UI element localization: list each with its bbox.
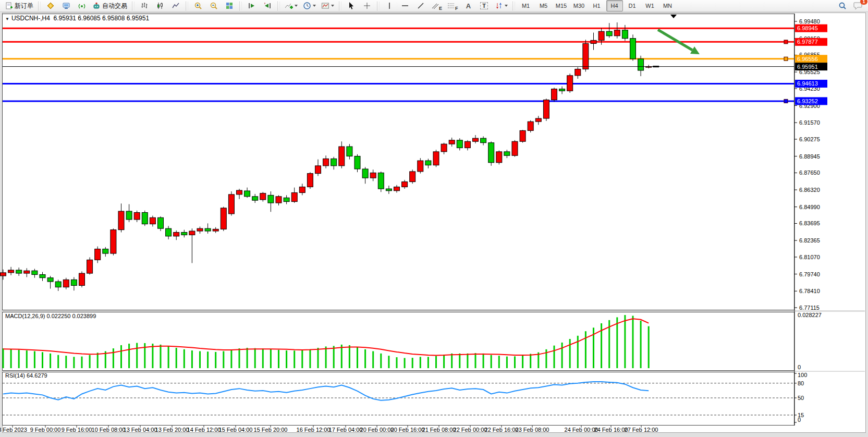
crosshair-button[interactable] xyxy=(360,0,374,11)
candlestick xyxy=(496,152,502,163)
time-axis-label: 16 Feb 12:00 xyxy=(297,427,331,433)
candlestick xyxy=(252,197,258,200)
chart-canvas[interactable]: 6.994806.981506.968556.955256.942306.929… xyxy=(0,0,868,437)
cursor-button[interactable] xyxy=(344,0,359,11)
templates-button[interactable] xyxy=(319,0,336,11)
fibonacci-letter: F xyxy=(455,6,458,11)
time-axis-label: 22 Feb 16:00 xyxy=(485,427,519,433)
price-tick-label: 6.90275 xyxy=(799,136,820,142)
price-tick-label: 6.79740 xyxy=(799,271,820,277)
zoom-out-button[interactable] xyxy=(206,0,221,11)
zoom-in-icon xyxy=(194,2,202,10)
timeframe-m30-button[interactable]: M30 xyxy=(571,0,588,11)
chart-ohlc-values: 6.95931 6.96085 6.95808 6.95951 xyxy=(54,15,150,22)
line-handle[interactable] xyxy=(784,99,788,103)
timeframe-mn-button[interactable]: MN xyxy=(659,0,676,11)
candlestick xyxy=(520,130,525,141)
tile-windows-icon xyxy=(225,2,234,10)
chart-shift-button[interactable] xyxy=(260,0,275,11)
vertical-line-tool-button[interactable] xyxy=(382,0,397,11)
price-badge-label: 6.95951 xyxy=(797,64,818,70)
candlestick xyxy=(32,271,38,274)
timeframe-w1-button[interactable]: W1 xyxy=(642,0,658,11)
candlestick xyxy=(441,144,447,152)
vertical-line-icon xyxy=(385,2,394,10)
fibonacci-icon xyxy=(447,2,455,10)
macd-axis-max-label: 0.028227 xyxy=(798,312,822,318)
horizontal-line-tool-button[interactable] xyxy=(398,0,412,11)
time-axis-label: 24 Feb 00:00 xyxy=(565,427,598,433)
trend-arrow-annotation[interactable] xyxy=(658,30,692,50)
candlestick-chart-button[interactable] xyxy=(153,0,167,11)
search-button[interactable] xyxy=(835,0,850,11)
candlestick xyxy=(425,161,431,165)
horizontal-scrollbar[interactable] xyxy=(0,433,868,437)
channel-tool-button[interactable]: E xyxy=(429,0,444,11)
candlestick xyxy=(370,173,376,178)
chart-title-bar: ▼USDCNH-,H4 6.95931 6.96085 6.95808 6.95… xyxy=(5,15,149,22)
toolbar-separator xyxy=(277,2,280,10)
candlestick xyxy=(354,156,360,169)
fibonacci-tool-button[interactable]: F xyxy=(445,0,460,11)
autotrading-button[interactable]: 自动交易 xyxy=(90,0,129,11)
candlestick xyxy=(598,31,604,40)
dropdown-caret-icon xyxy=(331,5,334,7)
rsi-line xyxy=(3,382,649,400)
toolbar-separator xyxy=(377,2,380,10)
rsi-level-label: 50 xyxy=(798,395,804,401)
price-tick-label: 6.86320 xyxy=(799,187,820,193)
chart-shift-marker[interactable] xyxy=(670,15,677,18)
timeframe-m15-button[interactable]: M15 xyxy=(553,0,570,11)
trendline-icon xyxy=(417,2,425,10)
candlestick xyxy=(197,228,203,231)
timeframe-h4-button[interactable]: H4 xyxy=(606,0,623,11)
line-handle[interactable] xyxy=(784,40,788,44)
periods-button[interactable] xyxy=(301,0,318,11)
signals-button[interactable] xyxy=(75,0,89,11)
rsi-panel-border xyxy=(3,372,794,426)
candlestick xyxy=(299,187,305,192)
candlestick xyxy=(95,249,101,260)
market-button[interactable] xyxy=(43,0,58,11)
candlestick xyxy=(181,233,187,235)
indicators-button[interactable] xyxy=(283,0,300,11)
candlestick xyxy=(244,191,250,197)
shapes-tool-button[interactable] xyxy=(493,0,510,11)
price-tick-label: 6.82365 xyxy=(799,237,820,244)
chart-shift-icon xyxy=(263,2,272,10)
candlestick xyxy=(543,100,549,118)
candlestick xyxy=(323,159,329,166)
text-tool-button[interactable]: A xyxy=(461,0,476,11)
candlestick xyxy=(166,228,172,236)
timeframe-h1-button[interactable]: H1 xyxy=(589,0,605,11)
price-tick-label: 6.91570 xyxy=(799,119,820,126)
notifications-button[interactable]: 1 xyxy=(851,0,865,11)
timeframe-m5-button[interactable]: M5 xyxy=(535,0,552,11)
collapse-icon[interactable]: ▼ xyxy=(5,17,9,21)
candlestick xyxy=(614,30,620,36)
candlestick xyxy=(567,76,573,91)
vps-button[interactable] xyxy=(59,0,74,11)
search-icon xyxy=(838,2,847,10)
line-handle[interactable] xyxy=(784,57,788,60)
candlestick xyxy=(481,138,486,143)
timeframe-d1-button[interactable]: D1 xyxy=(624,0,641,11)
timeframe-m1-button[interactable]: M1 xyxy=(518,0,534,11)
candlestick xyxy=(339,147,345,166)
line-chart-button[interactable] xyxy=(168,0,183,11)
time-axis-label: 20 Feb 16:00 xyxy=(391,427,425,433)
trendline-tool-button[interactable] xyxy=(413,0,428,11)
new-order-button[interactable]: 新订单 xyxy=(3,0,35,11)
crosshair-icon xyxy=(363,2,371,10)
candlestick xyxy=(126,211,132,220)
zoom-in-button[interactable] xyxy=(191,0,205,11)
price-badge-label: 6.93252 xyxy=(797,98,818,104)
candlestick xyxy=(638,59,644,70)
time-axis-label: 8 Feb 2023 xyxy=(0,427,27,433)
bar-chart-button[interactable] xyxy=(137,0,152,11)
tile-windows-button[interactable] xyxy=(222,0,237,11)
autotrading-label: 自动交易 xyxy=(102,2,127,10)
candlestick xyxy=(307,174,313,187)
label-tool-button[interactable]: T xyxy=(477,0,492,11)
auto-scroll-button[interactable] xyxy=(244,0,259,11)
